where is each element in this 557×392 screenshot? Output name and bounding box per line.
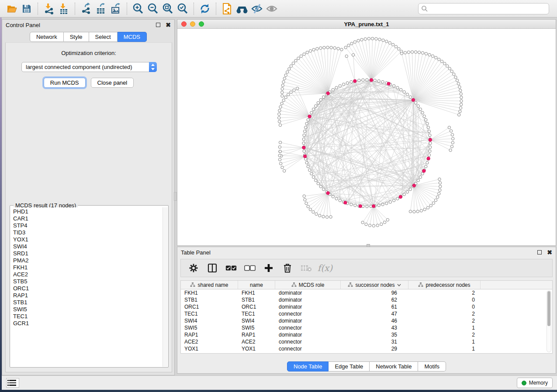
column-header-shared-name[interactable]: shared name: [181, 281, 238, 289]
mcds-result-item[interactable]: TEC1: [13, 313, 163, 320]
import-table-icon[interactable]: [56, 2, 71, 16]
mcds-result-item[interactable]: PMA2: [13, 257, 163, 264]
table-options-gear-icon[interactable]: [188, 262, 199, 274]
table-row[interactable]: RAP1RAP1dominator352: [181, 331, 546, 338]
tab-motifs[interactable]: Motifs: [418, 361, 446, 371]
mcds-result-item[interactable]: ORC1: [13, 285, 163, 292]
mcds-result-item[interactable]: YOX1: [13, 236, 163, 243]
network-window-titlebar[interactable]: YPA_prune.txt_1: [177, 20, 556, 29]
cytoscape-window: Control Panel ✖ NetworkStyleSelectMCDS O…: [0, 0, 557, 390]
column-header-successor-nodes[interactable]: successor nodes: [341, 281, 408, 289]
mcds-result-item[interactable]: TID3: [13, 229, 163, 236]
run-mcds-button[interactable]: Run MCDS: [44, 78, 86, 88]
table-cell: dominator: [275, 289, 341, 296]
table-row[interactable]: ORC1ORC1dominator610: [181, 303, 546, 310]
mcds-result-item[interactable]: SRD1: [13, 250, 163, 257]
tab-network[interactable]: Network: [30, 32, 64, 42]
close-table-panel-icon[interactable]: ✖: [547, 250, 552, 254]
show-columns-icon[interactable]: [207, 262, 218, 274]
table-cell: connector: [275, 324, 341, 331]
table-scrollbar[interactable]: [547, 290, 551, 352]
network-window-title: YPA_prune.txt_1: [177, 21, 556, 28]
table-row[interactable]: SWI4SWI4dominator462: [181, 317, 546, 324]
mcds-list-scrollbar[interactable]: [163, 207, 168, 367]
horizontal-splitter-handle[interactable]: [367, 244, 370, 247]
refresh-view-icon[interactable]: [197, 2, 212, 16]
table-cell: TEC1: [238, 310, 275, 317]
tab-network-table[interactable]: Network Table: [370, 361, 418, 371]
tab-edge-table[interactable]: Edge Table: [329, 361, 370, 371]
vertical-splitter-handle[interactable]: [174, 192, 177, 201]
deselect-all-rows-icon[interactable]: [244, 262, 256, 274]
mcds-result-list[interactable]: PHD1CAR1STP4TID3YOX1SWI4SRD1PMA2FKH1ACE2…: [10, 207, 163, 367]
select-all-rows-icon[interactable]: [225, 262, 237, 274]
float-panel-icon[interactable]: [156, 23, 160, 27]
mcds-result-item[interactable]: STB1: [13, 299, 163, 306]
attribute-type-icon: [291, 282, 297, 287]
task-history-icon[interactable]: [6, 378, 19, 388]
mcds-result-item[interactable]: ACE2: [13, 271, 163, 278]
mcds-result-item[interactable]: SWI4: [13, 243, 163, 250]
open-session-icon[interactable]: [4, 2, 19, 16]
network-graph[interactable]: [177, 29, 556, 245]
table-row[interactable]: YOX1YOX1connector291: [181, 345, 546, 352]
table-cell: PHD1: [238, 352, 275, 353]
search-network-icon[interactable]: [235, 2, 249, 16]
column-header-predecessor-nodes[interactable]: predecessor nodes: [408, 281, 481, 289]
zoom-in-icon[interactable]: [131, 2, 145, 16]
table-row[interactable]: PHD1PHD1dominator180: [181, 352, 546, 353]
tab-node-table[interactable]: Node Table: [287, 361, 329, 371]
zoom-fit-icon[interactable]: [160, 2, 175, 16]
import-network-icon[interactable]: [42, 2, 56, 16]
table-cell: FKH1: [238, 289, 275, 296]
mcds-result-item[interactable]: CAR1: [13, 215, 163, 222]
tab-style[interactable]: Style: [64, 32, 89, 42]
table-cell: 29: [341, 345, 408, 352]
mcds-result-item[interactable]: FKH1: [13, 264, 163, 271]
export-table-icon[interactable]: [93, 2, 108, 16]
mcds-result-item[interactable]: PHD1: [13, 208, 163, 215]
network-canvas[interactable]: [177, 29, 556, 245]
hide-graphics-details-icon[interactable]: [249, 2, 264, 16]
save-session-icon[interactable]: [19, 2, 34, 16]
column-header-name[interactable]: name: [238, 281, 275, 289]
zoom-out-icon[interactable]: [145, 2, 160, 16]
tab-select[interactable]: Select: [89, 32, 118, 42]
mcds-result-item[interactable]: SWI5: [13, 306, 163, 313]
export-network-icon[interactable]: [79, 2, 93, 16]
table-cell: 2: [408, 310, 481, 317]
search-input[interactable]: [428, 6, 546, 12]
table-row[interactable]: STB1STB1dominator620: [181, 296, 546, 303]
mcds-result-item[interactable]: RAP1: [13, 292, 163, 299]
delete-column-icon[interactable]: [282, 262, 293, 274]
add-column-icon[interactable]: [263, 262, 274, 274]
memory-button[interactable]: Memory: [517, 378, 553, 388]
delete-table-icon[interactable]: [301, 262, 312, 274]
mcds-result-item[interactable]: STB5: [13, 278, 163, 285]
toolbar-separator: [75, 3, 75, 15]
mcds-result-item[interactable]: GCR1: [13, 320, 163, 327]
column-header-MCDS-role[interactable]: MCDS role: [275, 281, 341, 289]
float-table-panel-icon[interactable]: [537, 250, 542, 254]
toolbar-separator: [194, 3, 194, 15]
global-search-field[interactable]: [418, 3, 549, 14]
optimization-criterion-select[interactable]: largest connected component (undirected): [21, 62, 157, 72]
table-cell: dominator: [275, 303, 341, 310]
node-table: shared namenameMCDS rolesuccessor nodesp…: [180, 280, 553, 354]
close-panel-icon[interactable]: ✖: [166, 23, 171, 27]
function-builder-icon[interactable]: f(x): [319, 262, 331, 274]
new-network-from-selection-icon[interactable]: [220, 2, 235, 16]
table-cell: YOX1: [181, 345, 238, 352]
table-row[interactable]: SWI5SWI5connector431: [181, 324, 546, 331]
table-row[interactable]: FKH1FKH1dominator962: [181, 289, 546, 296]
zoom-selected-icon[interactable]: [175, 2, 190, 16]
mcds-result-item[interactable]: STP4: [13, 222, 163, 229]
table-scrollbar-thumb[interactable]: [547, 291, 550, 326]
close-panel-button[interactable]: Close panel: [91, 78, 134, 88]
export-image-icon[interactable]: [108, 2, 123, 16]
table-row[interactable]: TEC1TEC1connector472: [181, 310, 546, 317]
show-graphics-details-icon[interactable]: [264, 2, 279, 16]
tab-mcds[interactable]: MCDS: [118, 32, 147, 42]
column-header-filler: [481, 281, 552, 289]
table-row[interactable]: ACE2ACE2connector311: [181, 338, 546, 345]
